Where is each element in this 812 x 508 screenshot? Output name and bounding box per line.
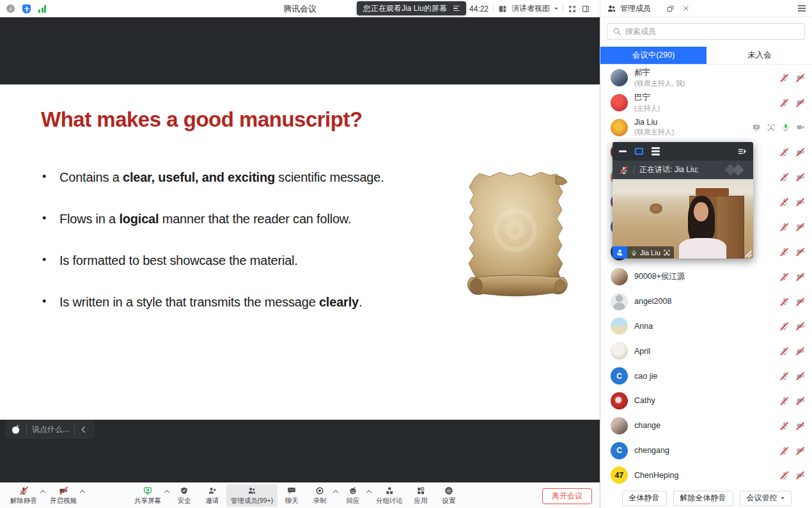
- participant-row[interactable]: angel2008: [600, 289, 812, 314]
- participant-row[interactable]: C cao jie: [600, 363, 812, 388]
- security-button[interactable]: 安全: [170, 484, 198, 507]
- mic-muted-icon[interactable]: [779, 98, 789, 107]
- mic-muted-icon[interactable]: [779, 222, 789, 232]
- participant-name: ChenHeping: [634, 471, 773, 480]
- breakout-rooms-button[interactable]: 分组讨论: [372, 484, 407, 507]
- reactions-smiley-icon: [348, 486, 358, 495]
- reactions-options-chevron-icon[interactable]: [366, 490, 371, 495]
- mic-muted-icon[interactable]: [779, 272, 789, 282]
- chat-input-placeholder[interactable]: 说点什么...: [32, 424, 69, 435]
- search-input[interactable]: [625, 27, 799, 36]
- camera-muted-icon[interactable]: [795, 446, 805, 456]
- tab-not-joined[interactable]: 未入会: [707, 47, 812, 64]
- participant-row[interactable]: 90008+侯江源: [600, 264, 812, 289]
- camera-muted-icon[interactable]: [795, 98, 805, 107]
- mic-muted-icon[interactable]: [779, 73, 789, 83]
- manage-members-button[interactable]: 管理成员(99+): [226, 484, 277, 507]
- share-screen-button[interactable]: 共享屏幕: [130, 484, 165, 507]
- camera-muted-icon[interactable]: [795, 321, 805, 331]
- participant-name: change: [634, 421, 773, 430]
- camera-muted-icon[interactable]: [795, 147, 805, 157]
- view-mode-label[interactable]: 演讲者视图: [511, 3, 550, 14]
- mic-muted-icon[interactable]: [779, 172, 789, 182]
- camera-muted-icon[interactable]: [795, 297, 805, 306]
- mic-muted-icon[interactable]: [779, 147, 789, 157]
- participant-row[interactable]: April: [600, 338, 812, 363]
- meeting-timer: 44:22: [469, 4, 488, 13]
- start-video-button[interactable]: 开启视频: [46, 484, 81, 507]
- list-view-icon[interactable]: [652, 147, 660, 155]
- unmute-all-button[interactable]: 解除全体静音: [673, 491, 733, 506]
- participant-row[interactable]: change: [600, 413, 812, 438]
- chat-button[interactable]: 聊天: [277, 484, 306, 507]
- mic-muted-icon[interactable]: [779, 396, 789, 406]
- invite-button[interactable]: 邀请: [198, 484, 226, 507]
- meeting-control-caret-icon: [781, 497, 785, 501]
- participant-row[interactable]: 47 ChenHeping: [600, 463, 812, 488]
- mic-muted-icon[interactable]: [779, 346, 789, 356]
- slide-bullet: Is written in a style that transmits the…: [42, 295, 464, 310]
- popout-panel-icon[interactable]: [666, 4, 675, 13]
- member-search-box: [607, 23, 805, 40]
- camera-off-icon[interactable]: [795, 123, 805, 132]
- mic-muted-icon[interactable]: [779, 371, 789, 381]
- reactions-button[interactable]: 回应: [339, 484, 367, 507]
- meeting-control-button[interactable]: 会议管控: [740, 491, 792, 506]
- participant-row[interactable]: Anna: [600, 314, 812, 338]
- slide-bullet: Flows in a logical manner that the reade…: [42, 212, 464, 226]
- avatar: 47: [611, 466, 628, 484]
- mute-all-button[interactable]: 全体静音: [622, 491, 667, 506]
- parchment-scroll-image: [465, 169, 570, 307]
- mic-muted-icon[interactable]: [779, 421, 789, 431]
- participant-row[interactable]: C chengang: [600, 438, 812, 463]
- resize-grip[interactable]: [744, 250, 752, 257]
- minimize-icon[interactable]: [619, 150, 627, 152]
- mic-muted-icon[interactable]: [779, 197, 789, 207]
- record-button[interactable]: 录制: [306, 484, 334, 507]
- floating-video-window[interactable]: 正在讲话: Jia Liu; Jia Liu: [613, 142, 753, 258]
- mic-muted-icon[interactable]: [779, 247, 789, 257]
- camera-muted-icon[interactable]: [795, 396, 805, 406]
- video-view-icon[interactable]: [635, 148, 643, 155]
- participant-row[interactable]: Jia Liu(联席主持人): [600, 115, 812, 140]
- camera-muted-icon[interactable]: [795, 371, 805, 381]
- mic-muted-icon[interactable]: [779, 446, 789, 456]
- participant-row[interactable]: Cathy: [600, 388, 812, 413]
- avatar: C: [611, 442, 628, 459]
- share-options-chevron-icon[interactable]: [164, 490, 169, 495]
- mic-muted-icon[interactable]: [779, 470, 789, 480]
- mic-active-icon[interactable]: [781, 123, 790, 132]
- view-mode-caret-icon[interactable]: [554, 8, 558, 12]
- settings-button[interactable]: 设置: [435, 484, 463, 507]
- window-menu-icon[interactable]: [798, 5, 806, 12]
- camera-muted-icon[interactable]: [795, 172, 805, 182]
- video-options-chevron-icon[interactable]: [80, 490, 85, 495]
- record-options-chevron-icon[interactable]: [333, 490, 338, 495]
- camera-muted-icon[interactable]: [795, 470, 805, 480]
- camera-muted-icon[interactable]: [795, 346, 805, 356]
- tab-in-meeting[interactable]: 会议中(290): [600, 47, 707, 64]
- unmute-button[interactable]: 解除静音: [6, 484, 41, 507]
- camera-muted-icon[interactable]: [795, 197, 805, 207]
- participant-row[interactable]: 巴宁(主持人): [600, 90, 812, 115]
- camera-muted-icon[interactable]: [795, 73, 805, 83]
- focus-view-icon[interactable]: [766, 123, 776, 132]
- camera-muted-icon[interactable]: [795, 247, 805, 257]
- avatar: [611, 69, 628, 86]
- dock-right-icon[interactable]: [737, 147, 747, 156]
- camera-muted-icon[interactable]: [795, 272, 805, 282]
- apps-button[interactable]: 应用: [407, 484, 435, 507]
- close-panel-icon[interactable]: [682, 4, 690, 12]
- fullscreen-icon[interactable]: [568, 4, 577, 13]
- camera-muted-icon[interactable]: [795, 222, 805, 232]
- leave-meeting-button[interactable]: 离开会议: [542, 488, 592, 504]
- mic-muted-icon[interactable]: [779, 297, 789, 306]
- mic-options-chevron-icon[interactable]: [40, 490, 45, 495]
- participant-row[interactable]: 郝宇(联席主持人, 我): [600, 65, 812, 90]
- collapse-chat-icon[interactable]: [82, 426, 88, 433]
- mic-muted-icon[interactable]: [779, 321, 789, 331]
- camera-muted-icon[interactable]: [795, 421, 805, 431]
- emoji-icon[interactable]: [10, 424, 21, 435]
- banner-menu-icon[interactable]: [453, 6, 460, 12]
- side-panel-toggle-icon[interactable]: [581, 4, 590, 13]
